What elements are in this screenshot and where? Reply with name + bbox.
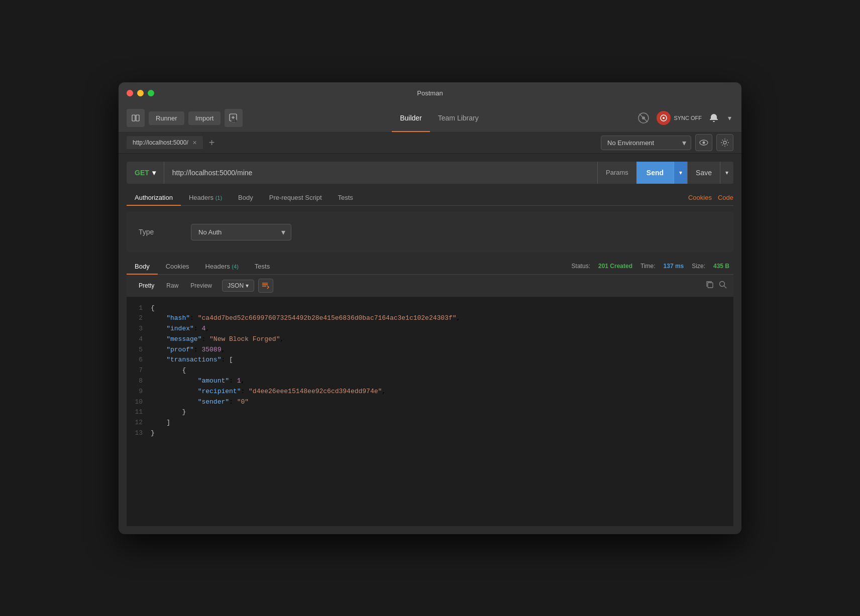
copy-button[interactable] <box>705 280 714 291</box>
code-line-1: 1 { <box>127 303 733 314</box>
code-line-6: 6 "transactions": [ <box>127 355 733 365</box>
code-line-4: 4 "message": "New Block Forged", <box>127 334 733 345</box>
eye-button[interactable] <box>695 134 712 151</box>
resp-tab-tests[interactable]: Tests <box>247 259 278 274</box>
sync-icon <box>657 111 671 125</box>
auth-section: Type No Auth <box>127 212 733 253</box>
code-line-13: 13 } <box>127 428 733 439</box>
code-line-5: 5 "proof": 35089, <box>127 345 733 355</box>
format-tabs: Pretty Raw Preview <box>133 280 218 292</box>
code-line-12: 12 ] <box>127 418 733 428</box>
svg-rect-18 <box>708 283 713 288</box>
size-value: 435 B <box>713 263 729 270</box>
svg-point-9 <box>642 116 645 119</box>
send-button[interactable]: Send <box>636 162 674 184</box>
request-tabs: Authorization Headers (1) Body Pre-reque… <box>127 190 733 206</box>
satellite-icon-button[interactable] <box>635 110 652 126</box>
environment-selector[interactable]: No Environment <box>601 136 691 150</box>
method-selector[interactable]: GET ▾ <box>127 162 164 184</box>
format-preview[interactable]: Preview <box>184 280 218 292</box>
svg-point-14 <box>723 141 726 144</box>
wrap-icon-button[interactable] <box>258 279 273 293</box>
main-content: GET ▾ Params Send ▾ Save ▾ Authorization… <box>119 154 741 534</box>
request-bar: GET ▾ Params Send ▾ Save ▾ <box>127 162 733 184</box>
code-toolbar: Pretty Raw Preview JSON ▾ <box>127 275 733 297</box>
params-button[interactable]: Params <box>597 162 636 184</box>
code-line-9: 9 "recipient": "d4ee26eee15148ee92c6cd39… <box>127 387 733 397</box>
tabbar: http://localhost:5000/ ✕ + No Environmen… <box>119 133 741 154</box>
nav-center: Builder Team Library <box>247 104 631 132</box>
svg-rect-0 <box>132 115 135 121</box>
maximize-button[interactable] <box>148 90 154 96</box>
svg-point-19 <box>720 281 725 286</box>
close-tab-icon[interactable]: ✕ <box>192 140 197 146</box>
send-dropdown-button[interactable]: ▾ <box>674 162 687 184</box>
notification-button[interactable] <box>707 111 721 125</box>
auth-type-selector[interactable]: No Auth <box>191 224 291 240</box>
save-button[interactable]: Save <box>687 162 720 184</box>
format-raw[interactable]: Raw <box>160 280 184 292</box>
import-button[interactable]: Import <box>188 111 221 125</box>
cookies-link[interactable]: Cookies <box>688 194 712 201</box>
auth-type-select[interactable]: No Auth <box>191 224 291 240</box>
add-tab-button[interactable]: + <box>207 138 217 148</box>
environment-select[interactable]: No Environment <box>601 136 691 150</box>
resp-tab-headers[interactable]: Headers (4) <box>197 259 247 274</box>
code-actions <box>705 280 727 291</box>
close-button[interactable] <box>127 90 133 96</box>
tab-tests[interactable]: Tests <box>330 190 361 205</box>
chevron-down-icon-button[interactable]: ▾ <box>726 112 733 124</box>
gear-button[interactable] <box>716 134 733 151</box>
app-window: Postman Runner Import ⬚ Bui <box>119 82 741 534</box>
tab-team-library[interactable]: Team Library <box>430 104 487 132</box>
resp-tab-cookies[interactable]: Cookies <box>158 259 197 274</box>
svg-point-13 <box>703 142 705 144</box>
tab-headers[interactable]: Headers (1) <box>181 190 230 205</box>
new-tab-button[interactable]: ⬚ <box>225 109 243 127</box>
tab-pre-request-script[interactable]: Pre-request Script <box>261 190 330 205</box>
window-title: Postman <box>417 89 443 97</box>
runner-button[interactable]: Runner <box>149 111 184 125</box>
code-link[interactable]: Code <box>718 194 733 201</box>
auth-type-label: Type <box>139 228 179 236</box>
tab-builder[interactable]: Builder <box>392 104 430 132</box>
save-dropdown-button[interactable]: ▾ <box>720 162 733 184</box>
language-selector[interactable]: JSON ▾ <box>222 280 254 292</box>
format-pretty[interactable]: Pretty <box>133 280 160 292</box>
tab-body[interactable]: Body <box>230 190 261 205</box>
active-tab[interactable]: http://localhost:5000/ ✕ <box>127 136 203 149</box>
response-tabs: Body Cookies Headers (4) Tests Status: 2… <box>127 259 733 275</box>
titlebar: Postman <box>119 82 741 104</box>
code-line-11: 11 } <box>127 407 733 418</box>
svg-rect-1 <box>136 115 139 121</box>
env-section: No Environment <box>601 134 733 151</box>
code-viewer[interactable]: 1 { 2 "hash": "ca4dd7bed52c6699760732544… <box>127 297 733 526</box>
search-button[interactable] <box>718 280 727 291</box>
req-tab-right: Cookies Code <box>688 194 733 201</box>
nav-right: SYNC OFF ▾ <box>635 110 733 126</box>
code-line-7: 7 { <box>127 365 733 376</box>
svg-text:⬚: ⬚ <box>232 119 235 122</box>
minimize-button[interactable] <box>137 90 144 96</box>
navbar: Runner Import ⬚ Builder Team Library <box>119 104 741 133</box>
sidebar-toggle-button[interactable] <box>127 109 145 127</box>
time-value: 137 ms <box>664 263 684 270</box>
svg-line-20 <box>724 286 727 288</box>
response-section: Body Cookies Headers (4) Tests Status: 2… <box>127 259 733 526</box>
traffic-lights <box>127 90 154 96</box>
code-line-10: 10 "sender": "0" <box>127 397 733 408</box>
code-line-8: 8 "amount": 1, <box>127 376 733 387</box>
svg-point-11 <box>663 117 665 119</box>
url-input[interactable] <box>164 169 597 177</box>
code-line-3: 3 "index": 4, <box>127 324 733 334</box>
status-value: 201 Created <box>598 263 632 270</box>
tab-authorization[interactable]: Authorization <box>127 190 181 205</box>
resp-tab-body[interactable]: Body <box>127 259 158 274</box>
sync-button[interactable]: SYNC OFF <box>657 111 702 125</box>
resp-status: Status: 201 Created Time: 137 ms Size: 4… <box>572 263 733 270</box>
code-line-2: 2 "hash": "ca4dd7bed52c669976073254492b2… <box>127 313 733 324</box>
